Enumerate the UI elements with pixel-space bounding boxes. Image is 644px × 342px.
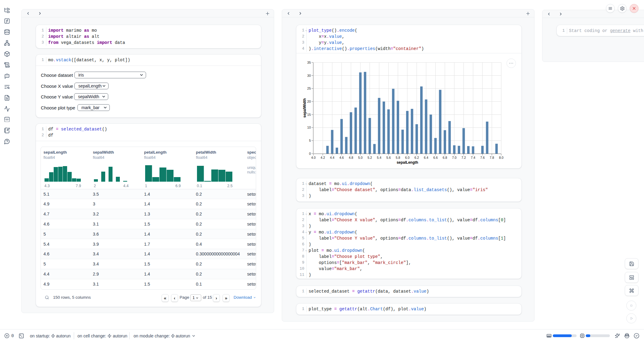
- svg-text:6.0: 6.0: [405, 156, 410, 159]
- svg-text:sepalLength: sepalLength: [397, 160, 418, 165]
- svg-text:7.4: 7.4: [471, 156, 475, 159]
- svg-text:5.8: 5.8: [396, 156, 400, 159]
- svg-text:6.6: 6.6: [433, 156, 438, 159]
- svg-text:7.2: 7.2: [461, 156, 466, 159]
- svg-text:5.6: 5.6: [386, 156, 391, 159]
- svg-text:4.2: 4.2: [320, 156, 325, 159]
- svg-text:35: 35: [307, 61, 311, 64]
- svg-text:5.0: 5.0: [358, 156, 363, 159]
- svg-text:15: 15: [307, 113, 311, 116]
- svg-text:4.6: 4.6: [339, 156, 344, 159]
- svg-text:0: 0: [309, 152, 311, 155]
- svg-text:4.8: 4.8: [349, 156, 353, 159]
- svg-text:7.0: 7.0: [452, 156, 456, 159]
- svg-text:6.4: 6.4: [424, 156, 428, 159]
- svg-text:4.4: 4.4: [330, 156, 335, 159]
- svg-text:7.6: 7.6: [480, 156, 485, 159]
- svg-text:sepalWidth: sepalWidth: [302, 98, 307, 118]
- svg-text:8.0: 8.0: [499, 156, 503, 159]
- svg-text:10: 10: [307, 126, 311, 129]
- svg-text:30: 30: [307, 74, 311, 77]
- svg-text:25: 25: [307, 87, 311, 90]
- svg-text:20: 20: [307, 100, 311, 103]
- svg-text:5: 5: [309, 139, 311, 142]
- svg-text:5.4: 5.4: [377, 156, 381, 159]
- svg-text:6.2: 6.2: [414, 156, 419, 159]
- svg-text:4.0: 4.0: [311, 156, 316, 159]
- svg-text:5.2: 5.2: [367, 156, 372, 159]
- svg-text:7.8: 7.8: [490, 156, 494, 159]
- svg-text:6.8: 6.8: [443, 156, 447, 159]
